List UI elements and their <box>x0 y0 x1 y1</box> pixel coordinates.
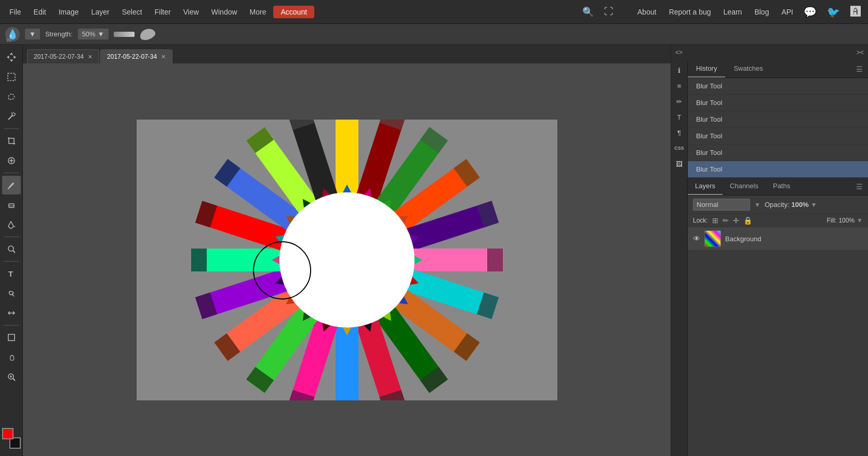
search-icon[interactable]: 🔍 <box>578 4 598 20</box>
history-item-0[interactable]: Blur Tool <box>688 78 868 95</box>
tab-channels[interactable]: Channels <box>723 178 766 195</box>
panel-image-icon[interactable]: 🖼 <box>673 157 686 171</box>
history-item-2[interactable]: Blur Tool <box>688 111 868 128</box>
svg-rect-15 <box>8 334 15 341</box>
menu-filter[interactable]: Filter <box>150 6 176 18</box>
lock-row: Lock: ⊞ ✏ ✛ 🔒 Fill: 100% ▼ <box>688 214 868 227</box>
zoom-tool[interactable] <box>2 368 21 386</box>
layers-menu-btn[interactable]: ☰ <box>851 179 868 194</box>
menu-view[interactable]: View <box>178 6 204 18</box>
fill-dropdown-icon[interactable]: ▼ <box>857 217 863 224</box>
about-link[interactable]: About <box>632 6 662 18</box>
lock-transparency-icon[interactable]: ⊞ <box>712 216 718 225</box>
tab-2-close[interactable]: ✕ <box>161 54 166 60</box>
lock-all-icon[interactable]: 🔒 <box>743 216 752 225</box>
eraser-tool[interactable] <box>2 196 21 214</box>
blend-mode-select[interactable]: Normal <box>693 199 750 211</box>
lock-paint-icon[interactable]: ✏ <box>723 216 729 225</box>
blur-tool-icon[interactable]: 💧 91 <box>5 27 20 42</box>
text-tool[interactable]: T <box>2 264 21 283</box>
canvas-area: 2017-05-22-07-34 ✕ 2017-05-22-07-34 ✕ <box>23 45 671 456</box>
svg-rect-38 <box>487 249 503 271</box>
move-tool[interactable] <box>2 48 21 67</box>
panel-brush-icon[interactable]: ✏ <box>673 95 686 108</box>
hand-tool[interactable] <box>2 348 21 367</box>
panel-collapse-left[interactable]: <> <box>675 49 683 56</box>
menu-select[interactable]: Select <box>117 6 148 18</box>
svg-rect-68 <box>191 249 207 271</box>
opacity-label: Opacity: <box>765 201 790 209</box>
toolbar-separator-5 <box>4 325 19 325</box>
opacity-dropdown-icon[interactable]: ▼ <box>811 201 817 209</box>
svg-line-4 <box>13 112 14 113</box>
svg-text:T: T <box>8 269 13 278</box>
api-link[interactable]: API <box>776 6 798 18</box>
menu-layer[interactable]: Layer <box>86 6 115 18</box>
zoom-tool-canvas[interactable] <box>2 240 21 258</box>
menu-edit[interactable]: Edit <box>29 6 51 18</box>
panel-css-icon[interactable]: CSS <box>673 141 686 155</box>
report-bug-link[interactable]: Report a bug <box>664 6 716 18</box>
panel-info-icon[interactable]: ℹ <box>673 63 686 77</box>
history-item-3[interactable]: Blur Tool <box>688 128 868 145</box>
strength-value[interactable]: 50% ▼ <box>78 29 109 40</box>
right-area: ℹ ≡ ✏ T ¶ CSS 🖼 History Swatches ☰ <box>671 60 868 456</box>
history-item-4[interactable]: Blur Tool <box>688 145 868 161</box>
tab-2[interactable]: 2017-05-22-07-34 ✕ <box>100 49 172 63</box>
tab-1-label: 2017-05-22-07-34 <box>34 53 84 60</box>
shape-tool[interactable] <box>2 328 21 347</box>
select-rect-tool[interactable] <box>2 68 21 86</box>
toolbar-separator-2 <box>4 173 19 173</box>
brush-tool[interactable] <box>2 176 21 194</box>
magic-wand-tool[interactable] <box>2 107 21 126</box>
tab-swatches[interactable]: Swatches <box>725 60 771 77</box>
tab-layers[interactable]: Layers <box>688 178 723 195</box>
fill-value[interactable]: 100% <box>838 217 854 224</box>
layer-visibility-icon[interactable]: 👁 <box>693 234 700 243</box>
left-toolbar: T <box>0 45 23 456</box>
history-item-1[interactable]: Blur Tool <box>688 95 868 111</box>
panel-adjust-icon[interactable]: ≡ <box>673 79 686 93</box>
social-icons: 💬 🐦 🅰 <box>800 5 864 19</box>
heal-tool[interactable] <box>2 151 21 170</box>
menu-file[interactable]: File <box>4 6 26 18</box>
fullscreen-icon[interactable]: ⛶ <box>600 4 618 19</box>
tab-paths[interactable]: Paths <box>766 178 797 195</box>
opacity-value[interactable]: 100% <box>792 201 809 209</box>
crop-tool[interactable] <box>2 132 21 150</box>
canvas-viewport[interactable] <box>23 63 671 456</box>
toolbar-separator-4 <box>4 261 19 262</box>
reddit-icon[interactable]: 💬 <box>800 5 820 19</box>
twitter-icon[interactable]: 🐦 <box>824 5 843 19</box>
smudge-tool[interactable] <box>2 284 21 303</box>
menu-more[interactable]: More <box>245 6 272 18</box>
lasso-tool[interactable] <box>2 87 21 106</box>
history-items-list: Blur Tool Blur Tool Blur Tool Blur Tool … <box>688 78 868 178</box>
lock-position-icon[interactable]: ✛ <box>733 216 739 225</box>
menu-window[interactable]: Window <box>206 6 243 18</box>
menu-image[interactable]: Image <box>54 6 84 18</box>
panel-paragraph-icon[interactable]: ¶ <box>673 126 686 139</box>
svg-line-12 <box>13 251 15 253</box>
history-menu-btn[interactable]: ☰ <box>851 62 868 76</box>
svg-point-103 <box>295 208 399 312</box>
foreground-color[interactable] <box>2 428 14 439</box>
tab-history[interactable]: History <box>688 60 725 77</box>
tab-1[interactable]: 2017-05-22-07-34 ✕ <box>27 49 99 63</box>
menu-account[interactable]: Account <box>273 6 314 18</box>
facebook-icon[interactable]: 🅰 <box>847 5 864 19</box>
lock-label: Lock: <box>693 217 708 224</box>
history-item-5[interactable]: Blur Tool <box>688 161 868 178</box>
svg-line-17 <box>13 379 15 381</box>
transform-tool[interactable] <box>2 304 21 322</box>
layer-item-background[interactable]: 👁 Background <box>688 227 868 251</box>
tool-dropdown[interactable]: ▼ <box>25 29 40 40</box>
panel-text-icon[interactable]: T <box>673 110 686 124</box>
layer-thumbnail <box>704 230 721 247</box>
panel-collapse-right[interactable]: >< <box>857 49 864 56</box>
tab-1-close[interactable]: ✕ <box>88 54 92 60</box>
learn-link[interactable]: Learn <box>718 6 747 18</box>
fill-tool[interactable] <box>2 215 21 234</box>
history-panel: History Swatches ☰ Blur Tool Blur Tool B… <box>688 60 868 178</box>
blog-link[interactable]: Blog <box>749 6 774 18</box>
